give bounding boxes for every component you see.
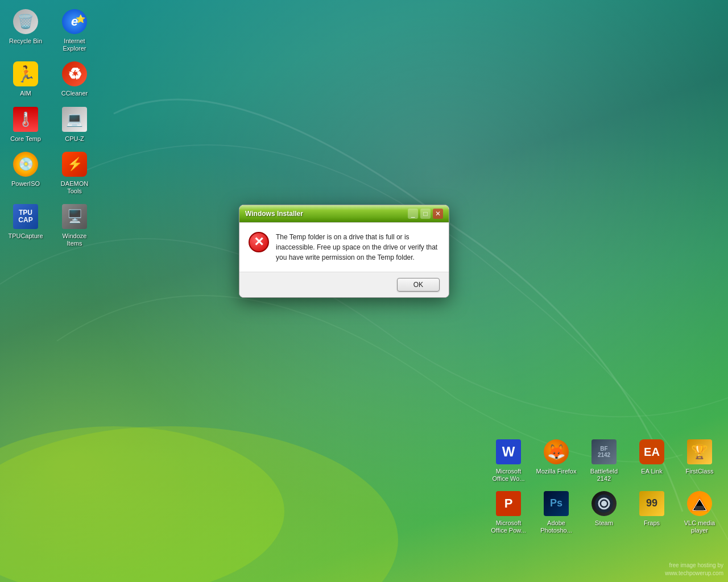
dialog-footer: OK <box>239 272 449 297</box>
firefox-label: Mozilla Firefox <box>536 468 577 475</box>
desktop-icons-area: 🗑️ Recycle Bin e ⭐ Internet Explorer 🏃 A… <box>3 6 97 250</box>
cpu-z-label: CPU-Z <box>65 135 84 143</box>
icon-ea-link[interactable]: EA EA Link <box>629 436 675 485</box>
poweriso-icon: 💿 <box>13 152 38 177</box>
icon-ccleaner[interactable]: ♻ CCleaner <box>52 58 97 99</box>
windoze-items-label: Windoze Items <box>54 232 95 247</box>
photoshop-label: Adobe Photosho... <box>536 519 577 534</box>
svg-point-1 <box>0 426 284 582</box>
ea-link-label: EA Link <box>641 468 662 475</box>
ccleaner-label: CCleaner <box>61 90 88 97</box>
firstclass-label: FirstClass <box>686 468 714 475</box>
windows-installer-dialog[interactable]: Windows Installer _ □ ✕ ✕ The Temp folde… <box>239 205 449 298</box>
icon-photoshop[interactable]: Ps Adobe Photosho... <box>533 488 579 537</box>
watermark: free image hosting by www.techpowerup.co… <box>665 562 723 577</box>
icon-internet-explorer[interactable]: e ⭐ Internet Explorer <box>52 6 97 55</box>
dialog-minimize-button[interactable]: _ <box>408 209 418 219</box>
dialog-maximize-button[interactable]: □ <box>420 209 431 219</box>
ie-label: Internet Explorer <box>54 38 95 52</box>
fraps-label: Fraps <box>644 519 660 527</box>
ie-icon: e ⭐ <box>62 9 87 34</box>
battlefield-label: Battlefield 2142 <box>584 468 624 483</box>
svg-rect-7 <box>695 506 704 510</box>
icon-vlc[interactable]: VLC media player <box>677 488 722 537</box>
icon-poweriso[interactable]: 💿 PowerISO <box>3 148 48 197</box>
core-temp-label: Core Temp <box>10 135 41 143</box>
battlefield-icon: BF2142 <box>592 439 617 464</box>
poweriso-label: PowerISO <box>11 180 40 188</box>
ms-powerpoint-label: Microsoft Office Pow... <box>488 519 529 534</box>
icon-ms-word[interactable]: W Microsoft Office Wo... <box>486 436 531 485</box>
icon-cpu-z[interactable]: 💻 CPU-Z <box>52 103 97 145</box>
windoze-items-icon: 🖥️ <box>62 204 87 229</box>
svg-point-0 <box>0 426 398 582</box>
icon-recycle-bin[interactable]: 🗑️ Recycle Bin <box>3 6 48 55</box>
icon-daemon-tools[interactable]: ⚡ DAEMON Tools <box>52 148 97 197</box>
icon-firstclass[interactable]: 🏆 FirstClass <box>677 436 722 485</box>
tpu-capture-icon: TPUCAP <box>13 204 38 229</box>
aim-label: AIM <box>20 90 31 97</box>
firefox-icon: 🦊 <box>544 439 569 464</box>
dialog-message-area: ✕ The Temp folder is on a drive that is … <box>239 222 449 272</box>
icon-steam[interactable]: Steam <box>581 488 627 537</box>
dialog-titlebar: Windows Installer _ □ ✕ <box>239 205 449 222</box>
error-icon-container: ✕ <box>249 232 269 252</box>
tpu-capture-label: TPUCapture <box>8 232 43 240</box>
steam-icon <box>592 491 617 516</box>
icon-firefox[interactable]: 🦊 Mozilla Firefox <box>533 436 579 485</box>
photoshop-icon: Ps <box>544 491 569 516</box>
icon-tpu-capture[interactable]: TPUCAP TPUCapture <box>3 201 48 250</box>
firstclass-icon: 🏆 <box>687 439 712 464</box>
watermark-line2: www.techpowerup.com <box>665 569 723 577</box>
icon-core-temp[interactable]: 🌡️ Core Temp <box>3 103 48 145</box>
icon-windoze-items[interactable]: 🖥️ Windoze Items <box>52 201 97 250</box>
ok-button[interactable]: OK <box>397 278 440 292</box>
recycle-bin-icon: 🗑️ <box>13 9 38 34</box>
daemon-tools-icon: ⚡ <box>62 152 87 177</box>
ms-word-label: Microsoft Office Wo... <box>488 468 529 483</box>
icon-battlefield-2142[interactable]: BF2142 Battlefield 2142 <box>581 436 627 485</box>
icon-fraps[interactable]: 99 Fraps <box>629 488 675 537</box>
icon-ms-powerpoint[interactable]: P Microsoft Office Pow... <box>486 488 531 537</box>
dialog-message-text: The Temp folder is on a drive that is fu… <box>276 232 440 263</box>
watermark-line1: free image hosting by <box>665 562 723 569</box>
ea-link-icon: EA <box>639 439 664 464</box>
icon-aim[interactable]: 🏃 AIM <box>3 58 48 99</box>
vlc-icon <box>687 491 712 516</box>
vlc-label: VLC media player <box>679 519 720 534</box>
bottom-right-icons-area: W Microsoft Office Wo... 🦊 Mozilla Firef… <box>486 436 722 537</box>
aim-icon: 🏃 <box>13 61 38 86</box>
dialog-close-button[interactable]: ✕ <box>433 209 443 219</box>
daemon-tools-label: DAEMON Tools <box>54 180 95 195</box>
svg-point-4 <box>601 501 607 506</box>
core-temp-icon: 🌡️ <box>13 107 38 132</box>
ms-powerpoint-icon: P <box>496 491 521 516</box>
fraps-icon: 99 <box>639 491 664 516</box>
ms-word-icon: W <box>496 439 521 464</box>
cpu-z-icon: 💻 <box>62 107 87 132</box>
steam-label: Steam <box>595 519 613 527</box>
ccleaner-icon: ♻ <box>62 61 87 86</box>
recycle-bin-label: Recycle Bin <box>9 38 42 45</box>
dialog-title: Windows Installer <box>245 210 303 218</box>
error-circle-icon: ✕ <box>249 232 269 252</box>
